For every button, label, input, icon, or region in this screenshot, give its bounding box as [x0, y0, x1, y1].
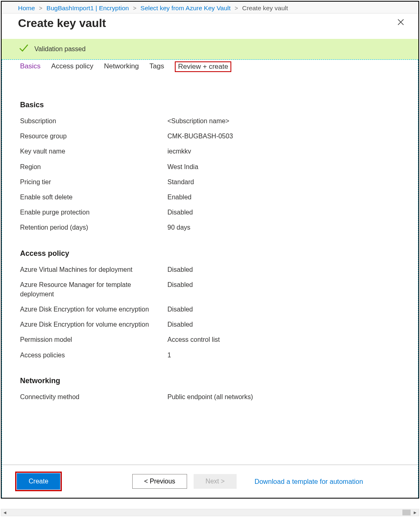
section-heading-basics: Basics: [20, 101, 402, 109]
summary-row: Subscription<Subscription name>: [20, 113, 402, 129]
summary-row: Enable purge protectionDisabled: [20, 205, 402, 220]
summary-row: Permission modelAccess control list: [20, 332, 402, 347]
chevron-right-icon: >: [235, 5, 238, 11]
summary-label: Azure Resource Manager for template depl…: [20, 280, 167, 299]
content-scroll[interactable]: Basics Access policy Networking Tags Rev…: [2, 60, 418, 465]
summary-row: RegionWest India: [20, 159, 402, 174]
summary-row: Resource groupCMK-BUGBASH-0503: [20, 129, 402, 144]
summary-label: Resource group: [20, 131, 167, 141]
summary-label: Enable purge protection: [20, 208, 167, 217]
summary-row: Enable soft deleteEnabled: [20, 190, 402, 205]
summary-value: Disabled: [167, 208, 193, 217]
breadcrumb-home[interactable]: Home: [18, 5, 35, 12]
tab-networking[interactable]: Networking: [104, 61, 139, 72]
summary-value: Public endpoint (all networks): [167, 392, 253, 402]
tab-access-policy[interactable]: Access policy: [51, 61, 93, 72]
summary-label: Pricing tier: [20, 177, 167, 187]
summary-value: 90 days: [167, 223, 190, 232]
summary-label: Retention period (days): [20, 223, 167, 232]
next-button[interactable]: Next >: [194, 474, 237, 489]
scrollbar-thumb[interactable]: [402, 510, 411, 515]
summary-label: Region: [20, 162, 167, 172]
heading-row: Create key vault: [2, 14, 418, 39]
close-icon[interactable]: [395, 16, 407, 30]
summary-value: iecmkkv: [167, 147, 191, 156]
summary-row: Azure Disk Encryption for volume encrypt…: [20, 317, 402, 332]
breadcrumb: Home > BugBashImport1 | Encryption > Sel…: [2, 2, 418, 13]
summary-label: Access policies: [20, 350, 167, 360]
section-heading-networking: Networking: [20, 377, 402, 385]
summary-label: Key vault name: [20, 147, 167, 156]
page-title: Create key vault: [18, 17, 106, 30]
summary-label: Connectivity method: [20, 392, 167, 402]
summary-value: Standard: [167, 177, 194, 187]
chevron-right-icon: >: [39, 5, 42, 11]
summary-label: Azure Disk Encryption for volume encrypt…: [20, 320, 167, 329]
summary-value: Access control list: [167, 335, 220, 344]
summary-label: Permission model: [20, 335, 167, 344]
scroll-right-icon[interactable]: ►: [411, 509, 419, 516]
summary-label: Subscription: [20, 116, 167, 126]
summary-value: Enabled: [167, 192, 192, 202]
breadcrumb-item-1[interactable]: BugBashImport1 | Encryption: [47, 5, 129, 12]
scroll-left-icon[interactable]: ◄: [1, 509, 9, 516]
summary-label: Azure Virtual Machines for deployment: [20, 265, 167, 274]
summary-value: CMK-BUGBASH-0503: [167, 131, 233, 141]
tab-basics[interactable]: Basics: [20, 61, 41, 72]
summary-row: Connectivity methodPublic endpoint (all …: [20, 389, 402, 404]
summary-value: Disabled: [167, 320, 193, 329]
breadcrumb-item-2[interactable]: Select key from Azure Key Vault: [140, 5, 230, 12]
summary-value: <Subscription name>: [167, 116, 229, 126]
breadcrumb-current: Create key vault: [242, 5, 288, 12]
footer-bar: Create < Previous Next > Download a temp…: [2, 465, 418, 498]
checkmark-icon: [18, 43, 29, 55]
summary-row: Pricing tierStandard: [20, 174, 402, 190]
previous-button[interactable]: < Previous: [132, 474, 187, 489]
tab-review-create[interactable]: Review + create: [175, 61, 231, 72]
summary-row: Retention period (days)90 days: [20, 220, 402, 235]
summary-value: West India: [167, 162, 198, 172]
summary-value: Disabled: [167, 265, 193, 274]
validation-text: Validation passed: [34, 45, 86, 53]
summary-label: Enable soft delete: [20, 192, 167, 202]
summary-value: 1: [167, 350, 171, 360]
summary-label: Azure Disk Encryption for volume encrypt…: [20, 305, 167, 314]
tab-tags[interactable]: Tags: [149, 61, 164, 72]
summary-row: Key vault nameiecmkkv: [20, 144, 402, 159]
chevron-right-icon: >: [133, 5, 136, 11]
summary-row: Azure Resource Manager for template depl…: [20, 277, 402, 302]
section-heading-access: Access policy: [20, 249, 402, 258]
summary-value: Disabled: [167, 305, 193, 314]
horizontal-scrollbar[interactable]: ◄ ►: [1, 509, 419, 516]
validation-banner: Validation passed: [2, 39, 418, 60]
tabs: Basics Access policy Networking Tags Rev…: [20, 60, 402, 72]
download-template-link[interactable]: Download a template for automation: [255, 478, 363, 485]
summary-row: Azure Virtual Machines for deploymentDis…: [20, 262, 402, 277]
summary-row: Azure Disk Encryption for volume encrypt…: [20, 302, 402, 317]
summary-row: Access policies1: [20, 348, 402, 363]
summary-value: Disabled: [167, 280, 193, 299]
top-bar: Home > BugBashImport1 | Encryption > Sel…: [2, 2, 418, 14]
create-button[interactable]: Create: [17, 473, 60, 490]
